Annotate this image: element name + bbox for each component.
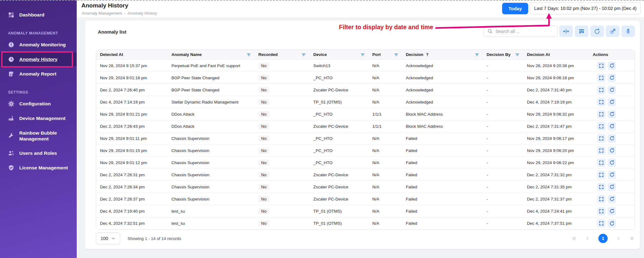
expand-row-button[interactable] xyxy=(597,183,605,191)
expand-row-button[interactable] xyxy=(597,195,605,203)
first-page-button[interactable] xyxy=(571,236,577,241)
table-row[interactable]: Dec 2, 2024 7:26:43 pmDDos AttackNoZscal… xyxy=(96,120,635,132)
retry-row-button[interactable] xyxy=(608,195,616,203)
sidebar-item-configuration[interactable]: Configuration xyxy=(0,97,77,111)
cell-recorded: No xyxy=(255,145,310,156)
refresh-button[interactable] xyxy=(590,25,604,37)
cell-decision: Failed xyxy=(402,145,483,156)
table-row[interactable]: Dec 4, 2024 7:14:19 pmStellar Dynamic Ra… xyxy=(96,96,635,108)
recorded-value: No xyxy=(258,111,269,117)
expand-row-button[interactable] xyxy=(597,219,605,228)
table-row[interactable]: Nov 28, 2024 9:15:37 pmPerpetual PoE and… xyxy=(96,60,635,72)
retry-icon xyxy=(609,160,615,165)
table-row[interactable]: Nov 29, 2024 9:01:18 pmBGP Peer State Ch… xyxy=(96,72,635,84)
expand-icon xyxy=(599,172,604,177)
prev-page-button[interactable] xyxy=(585,236,590,241)
fit-columns-button[interactable] xyxy=(559,25,573,37)
retry-row-button[interactable] xyxy=(608,98,616,106)
page-number-current[interactable]: 1 xyxy=(598,234,608,243)
cell-decision_by: - xyxy=(483,217,523,229)
expand-row-button[interactable] xyxy=(597,171,605,179)
table-row[interactable]: Dec 4, 2024 7:19:40 pmtest_suNoTP_01 (OT… xyxy=(96,205,635,217)
table-row[interactable]: Dec 2, 2024 7:26:40 pmBGP Peer State Cha… xyxy=(96,84,635,96)
column-header-actions[interactable]: Actions xyxy=(589,50,635,59)
today-button[interactable]: Today xyxy=(502,3,528,14)
sidebar-item-rainbow-bubble-management[interactable]: Rainbow Bubble Management xyxy=(0,126,77,145)
filter-icon[interactable] xyxy=(247,53,251,57)
columns-button[interactable] xyxy=(575,25,588,37)
table-row[interactable]: Dec 4, 2024 7:32:51 pmtest_suNoTP_01 (OT… xyxy=(96,217,635,229)
expand-row-button[interactable] xyxy=(597,134,605,143)
retry-row-button[interactable] xyxy=(608,207,616,215)
retry-row-button[interactable] xyxy=(608,110,616,118)
filter-icon[interactable] xyxy=(475,53,479,57)
sidebar-item-anomaly-report[interactable]: Anomaly Report xyxy=(0,67,77,81)
expand-row-button[interactable] xyxy=(597,146,605,155)
retry-row-button[interactable] xyxy=(608,134,616,143)
sidebar-item-anomaly-monitoring[interactable]: Anomaly Monitoring xyxy=(0,38,77,52)
filter-icon[interactable] xyxy=(302,53,306,57)
column-header-port[interactable]: Port xyxy=(369,50,402,59)
cell-port: N/A xyxy=(369,72,402,84)
sidebar-item-dashboard[interactable]: Dashboard xyxy=(0,8,77,22)
column-header-detected_at[interactable]: Detected At xyxy=(96,50,168,59)
table-row[interactable]: Nov 29, 2024 9:01:15 pmChassis Supervisi… xyxy=(96,145,635,157)
retry-row-button[interactable] xyxy=(608,122,616,131)
search-icon xyxy=(488,29,493,34)
next-page-button[interactable] xyxy=(616,236,621,241)
retry-row-button[interactable] xyxy=(608,171,616,179)
cell-actions xyxy=(589,145,635,156)
column-header-anomaly_name[interactable]: Anomaly Name xyxy=(168,50,255,59)
upload-button[interactable] xyxy=(621,25,635,37)
export-button[interactable] xyxy=(606,25,619,37)
filter-icon[interactable] xyxy=(515,53,519,57)
date-range-picker[interactable]: Last 7 Days: 10:02 pm (Nov 27) - 10:02 p… xyxy=(530,2,641,14)
breadcrumb-item[interactable]: Anomaly History xyxy=(128,11,157,16)
sidebar-item-anomaly-history[interactable]: Anomaly History xyxy=(0,53,77,66)
retry-row-button[interactable] xyxy=(608,62,616,70)
retry-icon xyxy=(609,63,615,68)
retry-row-button[interactable] xyxy=(608,146,616,155)
expand-row-button[interactable] xyxy=(597,207,605,215)
sidebar-item-users-and-roles[interactable]: Users and Roles xyxy=(0,146,77,160)
retry-row-button[interactable] xyxy=(608,183,616,191)
column-header-decision[interactable]: Decision xyxy=(402,50,483,59)
last-page-button[interactable] xyxy=(629,236,635,241)
column-header-decision_at[interactable]: Decision At xyxy=(523,50,589,59)
page-size-select[interactable]: 100 xyxy=(96,233,120,244)
table-row[interactable]: Nov 29, 2024 9:01:12 pmChassis Supervisi… xyxy=(96,157,635,169)
table-row[interactable]: Dec 2, 2024 7:26:34 pmChassis Supervisio… xyxy=(96,181,635,193)
cell-decision: Acknowledged xyxy=(402,60,483,71)
filter-icon[interactable] xyxy=(361,53,365,57)
retry-row-button[interactable] xyxy=(608,74,616,82)
breadcrumb-item[interactable]: Anomaly Management xyxy=(82,11,122,16)
cell-recorded: No xyxy=(255,120,310,132)
cell-decision: Failed xyxy=(402,169,483,181)
users-icon xyxy=(8,150,14,156)
expand-row-button[interactable] xyxy=(597,159,605,167)
retry-row-button[interactable] xyxy=(608,86,616,94)
search-input[interactable] xyxy=(496,29,551,34)
expand-row-button[interactable] xyxy=(597,74,605,82)
expand-row-button[interactable] xyxy=(597,62,605,70)
table-row[interactable]: Nov 29, 2024 9:01:11 pmChassis Supervisi… xyxy=(96,132,635,145)
column-header-device[interactable]: Device xyxy=(310,50,369,59)
cell-decision_by: - xyxy=(483,96,523,108)
column-header-recorded[interactable]: Recorded xyxy=(255,50,310,59)
table-row[interactable]: Nov 29, 2024 9:01:21 pmDDos AttackNo_PC_… xyxy=(96,108,635,120)
expand-row-button[interactable] xyxy=(597,86,605,94)
sidebar-item-device-management[interactable]: Device Management xyxy=(0,112,77,125)
cell-recorded: No xyxy=(255,193,310,205)
cell-decision: Block MAC Address xyxy=(402,108,483,120)
table-row[interactable]: Dec 2, 2024 7:26:31 pmChassis Supervisio… xyxy=(96,169,635,181)
expand-row-button[interactable] xyxy=(597,98,605,106)
table-row[interactable]: Dec 2, 2024 7:26:37 pmChassis Supervisio… xyxy=(96,193,635,205)
expand-row-button[interactable] xyxy=(597,110,605,118)
filter-icon[interactable] xyxy=(394,53,398,57)
retry-row-button[interactable] xyxy=(608,159,616,167)
retry-row-button[interactable] xyxy=(608,219,616,228)
search-box[interactable] xyxy=(483,25,558,37)
column-header-decision_by[interactable]: Decision By xyxy=(483,50,523,59)
expand-row-button[interactable] xyxy=(597,122,605,131)
sidebar-item-license-management[interactable]: License Management xyxy=(0,161,77,175)
